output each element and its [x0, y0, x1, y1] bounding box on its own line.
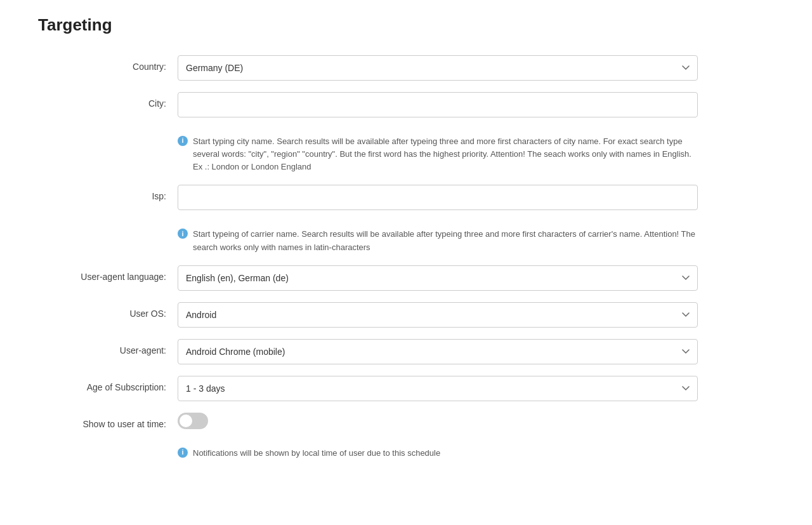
user-os-row: User OS: Android: [38, 302, 774, 328]
targeting-form: Country: Germany (DE) City: i Start typi…: [38, 55, 774, 460]
city-label: City:: [38, 92, 178, 109]
isp-control-wrap: [178, 185, 698, 210]
show-to-user-row: Show to user at time:: [38, 413, 774, 429]
city-row: City:: [38, 92, 774, 117]
city-control-wrap: [178, 92, 698, 117]
isp-info-wrap: i Start typeing of carrier name. Search …: [178, 222, 698, 253]
age-of-subscription-row: Age of Subscription: 1 - 3 days: [38, 376, 774, 401]
age-of-subscription-control-wrap: 1 - 3 days: [178, 376, 698, 401]
user-agent-row: User-agent: Android Chrome (mobile): [38, 339, 774, 364]
country-control-wrap: Germany (DE): [178, 55, 698, 81]
page-title: Targeting: [38, 15, 774, 35]
user-os-select[interactable]: Android: [178, 302, 698, 328]
user-agent-language-label: User-agent language:: [38, 265, 178, 282]
user-agent-language-control-wrap: English (en), German (de): [178, 265, 698, 291]
city-input[interactable]: [178, 92, 698, 117]
isp-info-row: i Start typeing of carrier name. Search …: [38, 222, 774, 253]
age-of-subscription-select[interactable]: 1 - 3 days: [178, 376, 698, 401]
isp-info-icon: i: [178, 229, 188, 239]
city-info-row: i Start typing city name. Search results…: [38, 129, 774, 173]
isp-info-block: i Start typeing of carrier name. Search …: [178, 228, 698, 253]
user-agent-label: User-agent:: [38, 339, 178, 356]
isp-label: Isp:: [38, 185, 178, 201]
show-to-user-info-icon: i: [178, 448, 188, 458]
isp-input[interactable]: [178, 185, 698, 210]
toggle-slider: [178, 413, 208, 429]
show-to-user-toggle[interactable]: [178, 413, 208, 429]
country-label: Country:: [38, 55, 178, 72]
show-to-user-control-wrap: [178, 413, 698, 429]
user-agent-control-wrap: Android Chrome (mobile): [178, 339, 698, 364]
show-to-user-info-row: i Notifications will be shown by local t…: [38, 441, 774, 460]
isp-row: Isp:: [38, 185, 774, 210]
show-to-user-info-block: i Notifications will be shown by local t…: [178, 447, 698, 460]
country-select[interactable]: Germany (DE): [178, 55, 698, 81]
show-to-user-info-wrap: i Notifications will be shown by local t…: [178, 441, 698, 460]
show-to-user-info-text: Notifications will be shown by local tim…: [193, 447, 698, 460]
show-to-user-label: Show to user at time:: [38, 413, 178, 429]
user-os-label: User OS:: [38, 302, 178, 319]
user-agent-language-row: User-agent language: English (en), Germa…: [38, 265, 774, 291]
city-info-block: i Start typing city name. Search results…: [178, 135, 698, 173]
city-info-text: Start typing city name. Search results w…: [193, 135, 698, 173]
user-agent-select[interactable]: Android Chrome (mobile): [178, 339, 698, 364]
country-row: Country: Germany (DE): [38, 55, 774, 81]
age-of-subscription-label: Age of Subscription:: [38, 376, 178, 392]
city-info-wrap: i Start typing city name. Search results…: [178, 129, 698, 173]
user-agent-language-select[interactable]: English (en), German (de): [178, 265, 698, 291]
isp-info-text: Start typeing of carrier name. Search re…: [193, 228, 698, 253]
user-os-control-wrap: Android: [178, 302, 698, 328]
city-info-icon: i: [178, 136, 188, 146]
